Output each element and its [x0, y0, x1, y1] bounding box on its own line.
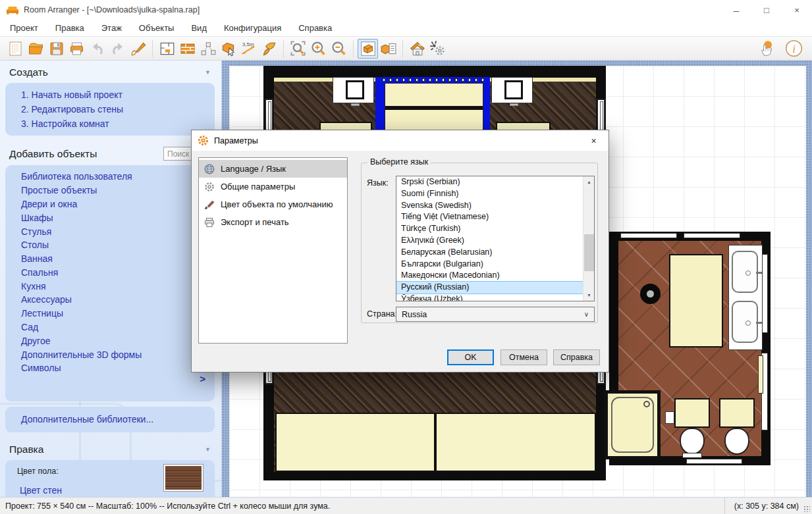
bathtub[interactable] [669, 254, 723, 347]
dialog-close-button[interactable]: × [579, 130, 609, 151]
edit-walls-link[interactable]: 2. Редактировать стены [5, 102, 215, 116]
toilet-right-tank[interactable] [719, 398, 755, 428]
start-new-project-link[interactable]: 1. Начать новый проект [5, 88, 215, 102]
view-3d-button[interactable] [358, 39, 378, 59]
more-libraries-link[interactable]: Дополнительные библиотеки... [5, 413, 215, 426]
floor-drain[interactable] [640, 284, 661, 304]
scroll-up-arrow[interactable]: ▲ [583, 176, 595, 188]
wardrobe-left[interactable] [275, 413, 435, 472]
nightstand-left[interactable] [333, 77, 374, 103]
explode-view-button[interactable] [427, 39, 448, 59]
library-item-kitchen[interactable]: Кухня [5, 279, 215, 293]
zoom-in-button[interactable] [308, 39, 329, 59]
library-item-bathroom[interactable]: Ванная [5, 252, 215, 266]
edit-walls-button[interactable] [177, 39, 198, 59]
resize-grip[interactable] [803, 505, 810, 512]
add-object-button[interactable] [218, 39, 238, 59]
sink-vanity[interactable] [728, 245, 763, 350]
language-option[interactable]: Македонски (Macedonian) [396, 270, 583, 282]
room-settings-link[interactable]: 3. Настройка комнат [5, 116, 215, 131]
scroll-down-arrow[interactable]: ▼ [583, 290, 595, 301]
floor-color-swatch[interactable] [164, 465, 203, 491]
language-list-scrollbar[interactable]: ▲ ▼ [583, 176, 594, 301]
menu-view[interactable]: Вид [182, 23, 215, 33]
library-item-symbols[interactable]: Символы [5, 361, 215, 375]
pan-tool-button[interactable] [757, 39, 777, 59]
language-option[interactable]: Беларуская (Belarusian) [396, 247, 583, 259]
shower-cabin[interactable] [605, 390, 661, 459]
edit-rooms-button[interactable] [157, 39, 177, 59]
collapse-icon[interactable]: ▼ [205, 69, 211, 76]
library-item-other[interactable]: Другое [5, 334, 215, 347]
open-project-button[interactable] [26, 39, 46, 59]
measure-button[interactable]: 3,5m [238, 39, 259, 59]
language-option[interactable]: Ελληνικά (Greek) [396, 235, 583, 247]
library-item-bedroom[interactable]: Спальня [5, 265, 215, 279]
undo-button[interactable] [87, 39, 107, 59]
format-painter-button[interactable] [128, 39, 148, 59]
close-button[interactable]: × [782, 0, 812, 20]
lamp-right[interactable] [504, 80, 523, 99]
language-option[interactable]: Tiếng Việt (Vietnamese) [396, 211, 583, 223]
menu-configuration[interactable]: Конфигурация [215, 23, 290, 33]
language-option[interactable]: Suomi (Finnish) [396, 188, 583, 200]
library-item-chairs[interactable]: Стулья [5, 224, 215, 238]
menu-help[interactable]: Справка [290, 23, 340, 33]
minimize-button[interactable]: – [721, 0, 751, 20]
help-button[interactable]: Справка [553, 349, 600, 365]
menu-floor[interactable]: Этаж [93, 23, 130, 33]
language-option[interactable]: Ўзбекча (Uzbek) [396, 294, 583, 301]
draw-button[interactable] [259, 39, 279, 59]
zoom-fit-button[interactable] [288, 39, 308, 59]
language-option[interactable]: Български (Bulgarian) [396, 259, 583, 270]
nightstand-right[interactable] [491, 77, 533, 103]
cancel-button[interactable]: Отмена [501, 349, 547, 365]
language-option-selected[interactable]: Русский (Russian) [396, 282, 583, 294]
settings-section-default-color[interactable]: Цвет объекта по умолчанию [199, 195, 347, 213]
wardrobe-right[interactable] [435, 413, 596, 472]
menu-project[interactable]: Проект [1, 23, 47, 33]
library-item-wardrobes[interactable]: Шкафы [5, 211, 215, 224]
settings-section-general[interactable]: Общие параметры [199, 178, 347, 195]
language-option[interactable]: Svenska (Swedish) [396, 200, 583, 212]
toilet-left-bowl[interactable] [680, 428, 705, 455]
sink-bottom[interactable] [732, 301, 758, 343]
about-button[interactable]: i [784, 39, 804, 59]
library-item-3d-shapes[interactable]: Дополнительные 3D формы [5, 347, 215, 361]
bathroom-room[interactable] [609, 232, 771, 465]
library-item-user[interactable]: Библиотека пользователя [5, 170, 215, 184]
menu-edit[interactable]: Правка [47, 23, 93, 33]
library-item-tables[interactable]: Столы [5, 238, 215, 252]
toilet-right-bowl[interactable] [724, 428, 749, 455]
sink-top[interactable] [732, 251, 758, 293]
settings-section-language[interactable]: Language / Язык [199, 160, 347, 178]
country-dropdown[interactable]: Russia ∨ [396, 307, 595, 322]
lamp-left[interactable] [346, 80, 364, 99]
object-properties-button[interactable] [378, 39, 398, 59]
home-3d-button[interactable]: 3D [407, 39, 427, 59]
wall-shelf[interactable] [758, 355, 763, 394]
create-section-header[interactable]: Создать ▼ [0, 61, 221, 82]
language-option[interactable]: Türkçe (Turkish) [396, 223, 583, 235]
edit-points-button[interactable] [198, 39, 218, 59]
library-item-garden[interactable]: Сад [5, 321, 215, 334]
redo-button[interactable] [107, 39, 128, 59]
bathroom-bottom-window[interactable] [686, 459, 742, 464]
save-button[interactable] [46, 39, 67, 59]
toilet-left-tank[interactable] [674, 398, 710, 428]
add-objects-section-header[interactable]: Добавить объекты [0, 141, 221, 164]
bathroom-top-window-1[interactable] [620, 233, 677, 238]
bathroom-top-window-2[interactable] [684, 233, 740, 238]
language-listbox[interactable]: Srpski (Serbian) Suomi (Finnish) Svenska… [396, 176, 595, 301]
library-item-simple-objects[interactable]: Простые объекты [5, 184, 215, 197]
scrollbar-thumb[interactable] [584, 234, 594, 271]
chevron-right-icon[interactable]: > [200, 373, 205, 384]
print-button[interactable] [67, 39, 87, 59]
menu-objects[interactable]: Объекты [130, 23, 183, 33]
zoom-out-button[interactable] [329, 39, 349, 59]
collapse-icon[interactable]: ▼ [205, 446, 211, 453]
ok-button[interactable]: OK [447, 349, 494, 365]
edit-section-header[interactable]: Правка ▼ [0, 438, 221, 459]
library-item-doors-windows[interactable]: Двери и окна [5, 197, 215, 211]
maximize-button[interactable]: □ [751, 0, 782, 20]
